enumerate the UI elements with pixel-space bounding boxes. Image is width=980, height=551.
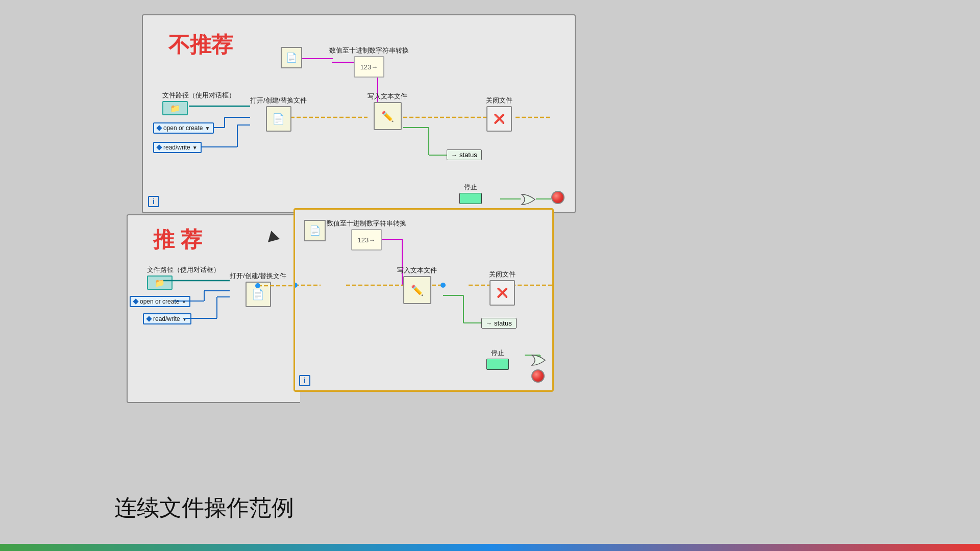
top-filepath-icon[interactable]: 📁 — [162, 101, 188, 115]
top-status: → status — [447, 149, 482, 160]
svg-point-35 — [440, 283, 446, 288]
top-close-node: 关闭文件 ❌ — [486, 96, 512, 132]
top-open-label: 打开/创建/替换文件 — [250, 96, 307, 105]
top-or-gate — [521, 192, 536, 207]
top-status-label: status — [459, 151, 477, 159]
bottom-converter-label: 数值至十进制数字符串转换 — [327, 219, 406, 228]
bottom-converter-node: 数值至十进制数字符串转换 123→ — [327, 219, 406, 251]
top-stop-box[interactable] — [459, 193, 482, 204]
top-open-or-create-dropdown[interactable]: open or create ▼ — [153, 122, 214, 134]
top-converter-label: 数值至十进制数字符串转换 — [329, 46, 409, 55]
bottom-close-node: 关闭文件 ❌ — [489, 270, 516, 306]
top-write-box: ✏️ — [374, 102, 402, 130]
bottom-bar — [0, 544, 980, 551]
top-read-write-arrow: ▼ — [192, 145, 198, 151]
bottom-number-source: 📄 — [304, 220, 326, 241]
bottom-write-box: ✏️ — [403, 276, 431, 304]
svg-point-33 — [295, 283, 298, 288]
bottom-open-or-create-arrow: ▼ — [181, 299, 186, 305]
bottom-led — [531, 369, 545, 383]
top-open-or-create-arrow: ▼ — [205, 126, 210, 131]
recommended-label: 推 荐 — [153, 226, 202, 254]
top-close-box: ❌ — [486, 106, 512, 132]
bottom-open-or-create-dropdown[interactable]: open or create ▼ — [130, 296, 190, 307]
bottom-loop-frame: 数值至十进制数字符串转换 123→ 📄 写入文本文件 ✏️ 关闭文件 ❌ → s… — [293, 208, 554, 392]
bottom-read-write-arrow: ▼ — [182, 316, 187, 322]
bottom-info-icon: i — [299, 375, 310, 386]
bottom-read-write-label: read/write — [153, 315, 180, 322]
bottom-write-label: 写入文本文件 — [397, 266, 437, 275]
top-open-box: 📄 — [266, 106, 291, 132]
bottom-status: → status — [481, 318, 517, 329]
page-title: 连续文件操作范例 — [114, 493, 294, 523]
bottom-filepath-icon[interactable]: 📁 — [147, 276, 173, 290]
top-read-write-label: read/write — [163, 144, 190, 151]
top-info-icon: i — [148, 196, 159, 207]
bottom-stop: 停止 — [486, 348, 509, 370]
top-write-node: 写入文本文件 ✏️ — [368, 92, 407, 130]
bottom-write-node: 写入文本文件 ✏️ — [397, 266, 437, 304]
bottom-stop-label: 停止 — [491, 348, 504, 358]
bottom-left-panel: 推 荐 文件路径（使用对话框） 📁 open or create ▼ read/… — [127, 214, 300, 403]
top-filepath: 文件路径（使用对话框） 📁 — [162, 91, 235, 115]
top-diagram-panel: 不推荐 数值至十进制数字符串转换 123→ 📄 文件路径（使用对话框） 📁 op… — [142, 14, 576, 213]
bottom-open-or-create-label: open or create — [140, 298, 179, 305]
top-open-or-create-label: open or create — [163, 124, 203, 132]
top-converter-node: 数值至十进制数字符串转换 123→ — [329, 46, 409, 78]
bottom-open-box: 📄 — [246, 282, 271, 307]
top-open-node: 打开/创建/替换文件 📄 — [250, 96, 307, 132]
bottom-stop-box[interactable] — [486, 359, 509, 370]
top-filepath-label: 文件路径（使用对话框） — [162, 91, 235, 100]
bottom-filepath-label: 文件路径（使用对话框） — [147, 265, 220, 274]
bottom-status-label: status — [494, 319, 512, 327]
top-converter-box: 123→ — [354, 56, 384, 78]
top-stop: 停止 — [459, 183, 482, 204]
top-write-label: 写入文本文件 — [368, 92, 407, 101]
bottom-filepath: 文件路径（使用对话框） 📁 — [147, 265, 220, 290]
top-stop-label: 停止 — [464, 183, 477, 192]
bottom-close-box: ❌ — [489, 280, 515, 306]
bottom-or-gate — [531, 353, 546, 368]
bottom-read-write-dropdown[interactable]: read/write ▼ — [143, 313, 191, 324]
bottom-open-node: 打开/创建/替换文件 📄 — [230, 271, 286, 307]
bottom-close-label: 关闭文件 — [489, 270, 516, 279]
top-read-write-dropdown[interactable]: read/write ▼ — [153, 142, 202, 153]
not-recommended-label: 不推荐 — [168, 31, 233, 59]
top-led — [551, 191, 565, 204]
bottom-converter-box: 123→ — [351, 229, 382, 251]
top-close-label: 关闭文件 — [486, 96, 512, 105]
bottom-open-label: 打开/创建/替换文件 — [230, 271, 286, 281]
top-number-source: 📄 — [281, 47, 302, 68]
